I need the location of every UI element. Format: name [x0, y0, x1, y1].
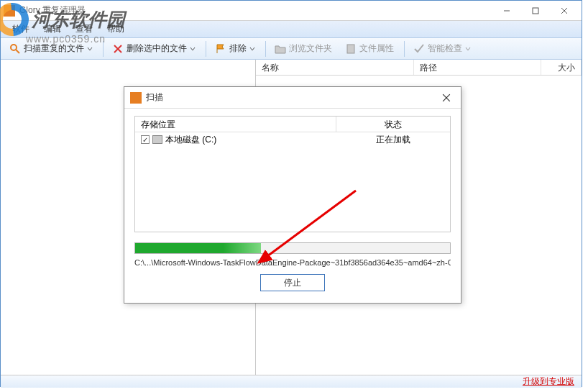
statusbar: 升级到专业版 — [1, 375, 582, 388]
column-storage[interactable]: 存储位置 — [135, 117, 336, 132]
svg-rect-8 — [347, 45, 354, 53]
separator — [265, 41, 266, 57]
close-button[interactable] — [550, 1, 579, 20]
column-path[interactable]: 路径 — [414, 60, 541, 75]
scan-duplicates-button[interactable]: 扫描重复的文件 — [4, 40, 98, 57]
chevron-down-icon — [465, 46, 471, 52]
menu-help[interactable]: 帮助 — [100, 22, 132, 37]
svg-line-5 — [16, 50, 19, 53]
file-properties-button[interactable]: 文件属性 — [339, 40, 400, 57]
menu-edit[interactable]: 编辑 — [37, 22, 68, 37]
scan-location-list: 存储位置 状态 ✓ 本地磁盘 (C:) 正在加载 — [134, 116, 451, 232]
dialog-close-button[interactable] — [438, 89, 455, 106]
current-scan-path: C:\...\Microsoft-Windows-TaskFlowDataEng… — [134, 258, 451, 267]
app-icon — [4, 5, 15, 17]
dialog-icon — [130, 92, 142, 104]
search-icon — [9, 43, 21, 55]
upgrade-link[interactable]: 升级到专业版 — [523, 375, 574, 388]
browse-folder-button[interactable]: 浏览文件夹 — [269, 40, 338, 57]
separator — [206, 41, 206, 57]
progress-bar — [134, 242, 451, 254]
properties-icon — [345, 43, 357, 55]
checkbox-checked-icon[interactable]: ✓ — [141, 135, 150, 144]
svg-point-4 — [11, 45, 17, 50]
titlebar: Glory 重复清理器 — [1, 1, 582, 21]
separator — [404, 41, 405, 57]
scan-row[interactable]: ✓ 本地磁盘 (C:) 正在加载 — [135, 132, 450, 147]
svg-rect-1 — [533, 8, 538, 14]
drive-icon — [152, 135, 162, 144]
column-name[interactable]: 名称 — [256, 60, 414, 75]
drive-status: 正在加载 — [336, 132, 450, 147]
column-size[interactable]: 大小 — [541, 60, 582, 75]
delete-icon — [112, 43, 124, 55]
exclude-button[interactable]: 排除 — [209, 40, 261, 57]
maximize-button[interactable] — [521, 1, 550, 20]
folder-icon — [275, 43, 286, 55]
menu-view[interactable]: 查看 — [68, 22, 100, 37]
window-title: Glory 重复清理器 — [19, 4, 492, 17]
dialog-title: 扫描 — [146, 91, 438, 104]
dialog-titlebar: 扫描 — [124, 87, 461, 109]
check-icon — [413, 43, 425, 55]
toolbar: 扫描重复的文件 删除选中的文件 排除 浏览文件夹 文件属性 智能检查 — [1, 38, 582, 60]
menu-file[interactable]: 软件 — [5, 22, 37, 37]
stop-button[interactable]: 停止 — [260, 274, 325, 291]
menubar: 软件 编辑 查看 帮助 — [1, 21, 582, 38]
smart-check-button[interactable]: 智能检查 — [408, 40, 477, 57]
flag-icon — [215, 43, 226, 55]
chevron-down-icon — [87, 46, 93, 52]
chevron-down-icon — [249, 46, 255, 52]
progress-fill — [135, 243, 261, 253]
drive-label: 本地磁盘 (C:) — [165, 134, 216, 146]
chevron-down-icon — [190, 46, 196, 52]
list-header: 名称 路径 大小 — [256, 60, 582, 76]
minimize-button[interactable] — [492, 1, 521, 20]
scan-dialog: 扫描 存储位置 状态 ✓ 本地磁盘 (C:) 正在加载 C:\...\Micro… — [124, 86, 461, 304]
separator — [103, 41, 104, 57]
column-status[interactable]: 状态 — [336, 117, 450, 132]
delete-selected-button[interactable]: 删除选中的文件 — [106, 40, 201, 57]
